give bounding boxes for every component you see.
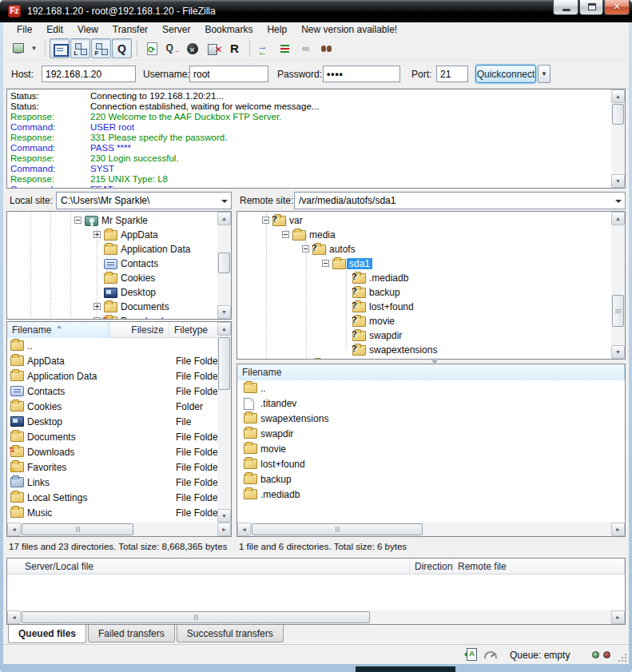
remote-site-combobox[interactable]: /var/media/autofs/sda1 — [294, 192, 626, 209]
scroll-down-arrow[interactable]: ▼ — [611, 345, 625, 359]
scroll-up-arrow[interactable]: ▲ — [611, 212, 625, 225]
tree-item-var[interactable]: var — [237, 213, 625, 228]
tree-item-downloads[interactable]: Downloads — [7, 314, 231, 320]
menu-transfer[interactable]: Transfer — [105, 23, 155, 36]
scroll-left-arrow[interactable]: ◄ — [7, 610, 21, 624]
tree-item-swapextensions[interactable]: swapextensions — [237, 343, 625, 357]
tree-item-documents[interactable]: Documents — [7, 300, 231, 314]
tree-item-movie[interactable]: movie — [237, 314, 625, 328]
directory-comparison-button[interactable] — [275, 38, 295, 58]
reconnect-button[interactable]: R — [225, 38, 244, 58]
scroll-up-arrow[interactable]: ▲ — [217, 212, 231, 225]
remote-tree-scrollbar[interactable]: ▲ ▼ — [611, 212, 625, 359]
tree-item-backup[interactable]: backup — [237, 285, 625, 300]
collapse-icon[interactable] — [322, 260, 329, 267]
tree-item-mediadb[interactable]: .mediadb — [237, 271, 625, 285]
username-input[interactable] — [189, 66, 268, 82]
queue-hscrollbar[interactable]: ◄ ► — [7, 610, 625, 624]
file-row-mediadb[interactable]: .mediadb — [237, 487, 625, 502]
cancel-operation-button[interactable] — [183, 38, 203, 58]
local-site-combobox[interactable]: C:\Users\Mr Sparkle\ — [56, 192, 232, 209]
file-row-contacts[interactable]: ContactsFile Folder — [7, 384, 217, 399]
file-row-music[interactable]: MusicFile Folder — [7, 505, 217, 520]
expand-icon[interactable] — [93, 231, 101, 238]
scroll-down-arrow[interactable]: ▼ — [217, 305, 231, 319]
menu-view[interactable]: View — [70, 23, 105, 36]
menu-server[interactable]: Server — [155, 23, 197, 36]
tab-failed-transfers[interactable]: Failed transfers — [88, 625, 175, 642]
remote-list-hscrollbar[interactable]: ◄ ► — [237, 523, 625, 536]
collapse-icon[interactable] — [302, 245, 309, 252]
file-row-lost-found[interactable]: lost+found — [237, 456, 625, 471]
column-header-filesize[interactable]: Filesize — [109, 322, 169, 338]
file-row-appdata[interactable]: AppDataFile Folder — [7, 353, 217, 368]
expand-icon[interactable] — [93, 317, 101, 320]
scroll-left-arrow[interactable]: ◄ — [7, 523, 21, 536]
column-header-direction[interactable]: Direction — [410, 559, 453, 575]
tree-item-contacts[interactable]: Contacts — [7, 256, 231, 271]
tree-item-sda1[interactable]: sda1 — [237, 256, 625, 271]
menu-file[interactable]: File — [10, 23, 39, 36]
scrollbar-thumb[interactable] — [612, 104, 624, 125]
local-list-vscrollbar[interactable]: ▲ ▼ — [217, 322, 231, 523]
message-log-scrollbar[interactable]: ▲ ▼ — [611, 89, 625, 188]
close-button[interactable]: ✕ — [604, 0, 630, 15]
column-header-remote-file[interactable]: Remote file — [453, 559, 625, 575]
tree-item-autofs[interactable]: autofs — [237, 242, 625, 256]
tree-item-mr-sparkle[interactable]: Mr Sparkle — [7, 213, 231, 228]
tree-item-media[interactable]: media — [237, 228, 625, 242]
quickconnect-button[interactable]: Quickconnect — [475, 65, 536, 83]
speed-limits-icon[interactable] — [484, 651, 497, 658]
site-manager-button[interactable] — [8, 38, 28, 58]
menu-edit[interactable]: Edit — [39, 23, 70, 36]
synchronized-browsing-button[interactable] — [254, 38, 274, 58]
file-row-backup[interactable]: backup — [237, 471, 625, 487]
toggle-queue-button[interactable]: Q — [112, 38, 132, 58]
file-row-desktop[interactable]: DesktopFile — [7, 414, 217, 429]
scrollbar-thumb[interactable] — [612, 295, 624, 327]
scrollbar-thumb[interactable] — [252, 523, 423, 535]
tab-successful-transfers[interactable]: Successful transfers — [177, 625, 284, 642]
resize-grip[interactable] — [618, 654, 626, 662]
tree-item-application-data[interactable]: Application Data — [7, 242, 231, 256]
port-input[interactable] — [436, 66, 468, 82]
menu-bookmarks[interactable]: Bookmarks — [197, 23, 260, 36]
scroll-down-arrow[interactable]: ▼ — [217, 509, 231, 523]
scrollbar-thumb[interactable] — [218, 252, 230, 273]
scroll-right-arrow[interactable]: ► — [217, 523, 231, 536]
expand-icon[interactable] — [93, 303, 101, 310]
minimize-button[interactable] — [553, 0, 578, 15]
file-row-local-settings[interactable]: Local SettingsFile Folder — [7, 490, 217, 505]
file-row-movie[interactable]: movie — [237, 441, 625, 456]
scrollbar-thumb[interactable] — [22, 523, 133, 535]
file-row-cookies[interactable]: CookiesFolder — [7, 399, 217, 414]
file-row-item[interactable]: .. — [7, 338, 217, 353]
scroll-down-arrow[interactable]: ▼ — [611, 174, 625, 188]
collapse-icon[interactable] — [74, 217, 81, 224]
tree-item-lost-found[interactable]: lost+found — [237, 300, 625, 314]
password-input[interactable] — [323, 66, 400, 82]
disconnect-button[interactable] — [204, 38, 224, 58]
speed-limits-button[interactable]: ∞ — [296, 38, 316, 58]
scrollbar-thumb[interactable] — [218, 337, 230, 390]
file-row-links[interactable]: LinksFile Folder — [7, 475, 217, 490]
local-tree-scrollbar[interactable]: ▲ ▼ — [217, 212, 231, 319]
file-row-downloads[interactable]: DownloadsFile Folder — [7, 444, 217, 459]
title-bar[interactable]: Fz 192.168.1.20 - root@192.168.1.20 - Fi… — [0, 0, 632, 22]
host-input[interactable] — [42, 66, 136, 82]
column-header-server-local-file[interactable]: Server/Local file — [7, 559, 410, 575]
file-row-swapextensions[interactable]: swapextensions — [237, 411, 625, 426]
file-row-titandev[interactable]: .titandev — [237, 396, 625, 411]
collapse-icon[interactable] — [262, 217, 269, 224]
refresh-button[interactable] — [141, 38, 161, 58]
find-files-button[interactable] — [316, 38, 336, 58]
scrollbar-thumb[interactable] — [22, 611, 370, 623]
quickconnect-dropdown-button[interactable]: ▼ — [538, 65, 551, 83]
scroll-right-arrow[interactable]: ► — [611, 610, 625, 624]
column-header-filename[interactable]: Filename — [237, 364, 625, 380]
scroll-up-arrow[interactable]: ▲ — [217, 322, 231, 336]
collapse-icon[interactable] — [282, 231, 289, 238]
file-row-swapdir[interactable]: swapdir — [237, 426, 625, 441]
toggle-message-log-button[interactable] — [50, 38, 70, 58]
menu-help[interactable]: Help — [260, 23, 294, 36]
